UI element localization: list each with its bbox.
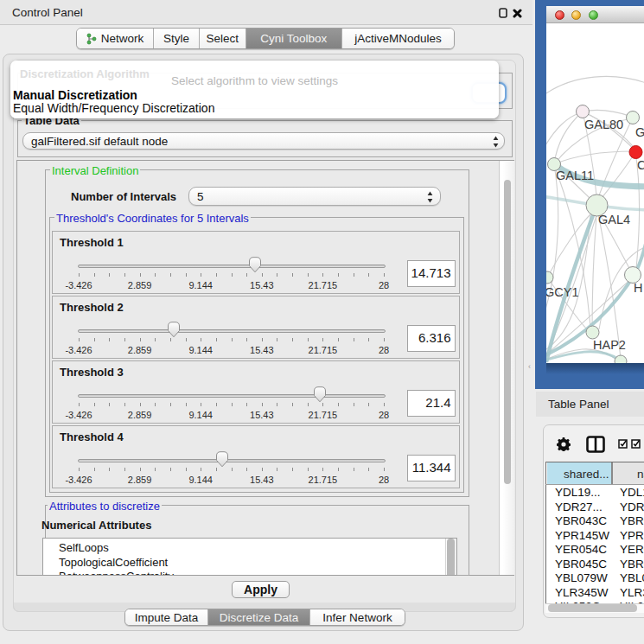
- svg-text:C: C: [637, 158, 644, 172]
- svg-text:GAL4: GAL4: [598, 213, 630, 226]
- svg-text:GAL80: GAL80: [584, 118, 623, 131]
- svg-text:HAP2: HAP2: [593, 338, 626, 352]
- svg-text:GA: GA: [635, 125, 644, 139]
- svg-text:GAL11: GAL11: [556, 169, 594, 182]
- svg-text:GCY1: GCY1: [546, 285, 579, 299]
- svg-text:H: H: [634, 281, 642, 295]
